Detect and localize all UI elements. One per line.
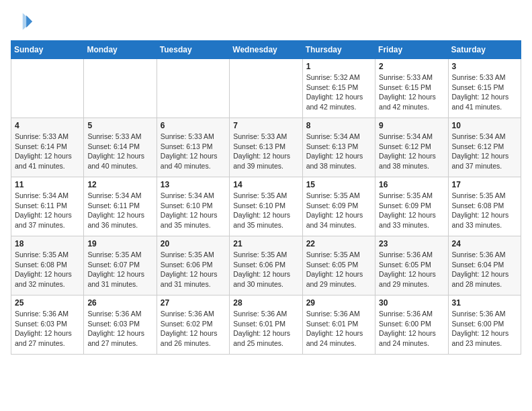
calendar-cell: 25Sunrise: 5:36 AMSunset: 6:03 PMDayligh… [11,295,84,355]
day-info: Sunrise: 5:35 AMSunset: 6:10 PMDaylight:… [233,191,298,230]
weekday-header-sunday: Sunday [11,41,84,59]
day-info: Sunrise: 5:36 AMSunset: 6:00 PMDaylight:… [379,309,444,349]
day-number: 3 [452,62,517,71]
day-number: 10 [452,121,517,130]
calendar-cell [84,59,157,118]
day-number: 15 [306,180,371,189]
weekday-header-thursday: Thursday [302,41,375,59]
day-number: 23 [379,239,444,248]
day-number: 27 [161,298,226,308]
day-info: Sunrise: 5:35 AMSunset: 6:09 PMDaylight:… [306,191,371,230]
day-number: 16 [379,180,444,189]
calendar-cell: 23Sunrise: 5:36 AMSunset: 6:05 PMDayligh… [375,236,448,295]
page-header [11,11,521,32]
weekday-header-friday: Friday [375,41,448,59]
day-number: 26 [87,298,152,308]
calendar-cell: 30Sunrise: 5:36 AMSunset: 6:00 PMDayligh… [375,295,448,355]
day-info: Sunrise: 5:33 AMSunset: 6:13 PMDaylight:… [233,132,298,171]
calendar-cell: 18Sunrise: 5:35 AMSunset: 6:08 PMDayligh… [11,236,84,295]
calendar-cell: 14Sunrise: 5:35 AMSunset: 6:10 PMDayligh… [230,177,302,236]
calendar-cell: 2Sunrise: 5:33 AMSunset: 6:15 PMDaylight… [375,59,448,118]
calendar-cell: 29Sunrise: 5:36 AMSunset: 6:01 PMDayligh… [302,295,375,355]
day-number: 25 [15,298,80,308]
day-info: Sunrise: 5:35 AMSunset: 6:06 PMDaylight:… [233,250,298,289]
day-info: Sunrise: 5:33 AMSunset: 6:15 PMDaylight:… [379,73,444,112]
day-info: Sunrise: 5:36 AMSunset: 6:01 PMDaylight:… [306,309,371,349]
day-number: 18 [15,239,80,248]
calendar-cell [157,59,229,118]
calendar-cell: 28Sunrise: 5:36 AMSunset: 6:01 PMDayligh… [230,295,302,355]
day-number: 7 [233,121,298,130]
calendar-cell: 1Sunrise: 5:32 AMSunset: 6:15 PMDaylight… [302,59,375,118]
calendar-week-row: 25Sunrise: 5:36 AMSunset: 6:03 PMDayligh… [11,295,521,355]
calendar-cell: 27Sunrise: 5:36 AMSunset: 6:02 PMDayligh… [157,295,229,355]
calendar-cell: 22Sunrise: 5:35 AMSunset: 6:05 PMDayligh… [302,236,375,295]
calendar-cell: 17Sunrise: 5:35 AMSunset: 6:08 PMDayligh… [448,177,521,236]
day-info: Sunrise: 5:33 AMSunset: 6:13 PMDaylight:… [161,132,226,171]
weekday-header-monday: Monday [84,41,157,59]
calendar-cell: 20Sunrise: 5:35 AMSunset: 6:06 PMDayligh… [157,236,229,295]
day-number: 9 [379,121,444,130]
day-info: Sunrise: 5:34 AMSunset: 6:13 PMDaylight:… [306,132,371,171]
day-number: 21 [233,239,298,248]
logo [11,11,35,32]
calendar-cell: 15Sunrise: 5:35 AMSunset: 6:09 PMDayligh… [302,177,375,236]
calendar-cell: 11Sunrise: 5:34 AMSunset: 6:11 PMDayligh… [11,177,84,236]
day-number: 11 [15,180,80,189]
calendar-cell: 12Sunrise: 5:34 AMSunset: 6:11 PMDayligh… [84,177,157,236]
day-number: 8 [306,121,371,130]
day-number: 17 [452,180,517,189]
calendar-cell: 8Sunrise: 5:34 AMSunset: 6:13 PMDaylight… [302,118,375,177]
day-info: Sunrise: 5:35 AMSunset: 6:07 PMDaylight:… [87,250,152,289]
calendar-cell: 10Sunrise: 5:34 AMSunset: 6:12 PMDayligh… [448,118,521,177]
day-info: Sunrise: 5:35 AMSunset: 6:05 PMDaylight:… [306,250,371,289]
day-info: Sunrise: 5:36 AMSunset: 6:05 PMDaylight:… [379,250,444,289]
calendar-cell: 9Sunrise: 5:34 AMSunset: 6:12 PMDaylight… [375,118,448,177]
day-info: Sunrise: 5:36 AMSunset: 6:01 PMDaylight:… [233,309,298,349]
calendar-cell: 5Sunrise: 5:33 AMSunset: 6:14 PMDaylight… [84,118,157,177]
day-number: 6 [161,121,226,130]
calendar-week-row: 4Sunrise: 5:33 AMSunset: 6:14 PMDaylight… [11,118,521,177]
calendar-table: SundayMondayTuesdayWednesdayThursdayFrid… [11,40,521,355]
weekday-header-tuesday: Tuesday [157,41,229,59]
calendar-cell: 6Sunrise: 5:33 AMSunset: 6:13 PMDaylight… [157,118,229,177]
day-number: 30 [379,298,444,308]
day-number: 19 [87,239,152,248]
day-info: Sunrise: 5:33 AMSunset: 6:14 PMDaylight:… [15,132,80,171]
day-info: Sunrise: 5:34 AMSunset: 6:12 PMDaylight:… [379,132,444,171]
calendar-cell: 16Sunrise: 5:35 AMSunset: 6:09 PMDayligh… [375,177,448,236]
day-number: 13 [161,180,226,189]
calendar-cell: 26Sunrise: 5:36 AMSunset: 6:03 PMDayligh… [84,295,157,355]
day-info: Sunrise: 5:35 AMSunset: 6:08 PMDaylight:… [452,191,517,230]
calendar-week-row: 11Sunrise: 5:34 AMSunset: 6:11 PMDayligh… [11,177,521,236]
day-info: Sunrise: 5:33 AMSunset: 6:14 PMDaylight:… [87,132,152,171]
logo-icon [11,11,32,32]
day-info: Sunrise: 5:34 AMSunset: 6:11 PMDaylight:… [15,191,80,230]
day-info: Sunrise: 5:34 AMSunset: 6:10 PMDaylight:… [161,191,226,230]
calendar-cell [11,59,84,118]
weekday-header-saturday: Saturday [448,41,521,59]
day-number: 12 [87,180,152,189]
day-number: 4 [15,121,80,130]
day-number: 5 [87,121,152,130]
day-number: 28 [233,298,298,308]
day-info: Sunrise: 5:36 AMSunset: 6:00 PMDaylight:… [452,309,517,349]
weekday-header-wednesday: Wednesday [230,41,302,59]
day-number: 24 [452,239,517,248]
day-number: 31 [452,298,517,308]
day-number: 20 [161,239,226,248]
day-info: Sunrise: 5:36 AMSunset: 6:03 PMDaylight:… [87,309,152,349]
day-info: Sunrise: 5:34 AMSunset: 6:11 PMDaylight:… [87,191,152,230]
calendar-cell: 24Sunrise: 5:36 AMSunset: 6:04 PMDayligh… [448,236,521,295]
calendar-cell: 7Sunrise: 5:33 AMSunset: 6:13 PMDaylight… [230,118,302,177]
calendar-cell: 31Sunrise: 5:36 AMSunset: 6:00 PMDayligh… [448,295,521,355]
day-info: Sunrise: 5:36 AMSunset: 6:04 PMDaylight:… [452,250,517,289]
calendar-week-row: 1Sunrise: 5:32 AMSunset: 6:15 PMDaylight… [11,59,521,118]
day-info: Sunrise: 5:35 AMSunset: 6:09 PMDaylight:… [379,191,444,230]
day-info: Sunrise: 5:33 AMSunset: 6:15 PMDaylight:… [452,73,517,112]
day-info: Sunrise: 5:36 AMSunset: 6:02 PMDaylight:… [161,309,226,349]
day-info: Sunrise: 5:35 AMSunset: 6:08 PMDaylight:… [15,250,80,289]
calendar-cell: 13Sunrise: 5:34 AMSunset: 6:10 PMDayligh… [157,177,229,236]
day-number: 29 [306,298,371,308]
calendar-cell: 3Sunrise: 5:33 AMSunset: 6:15 PMDaylight… [448,59,521,118]
